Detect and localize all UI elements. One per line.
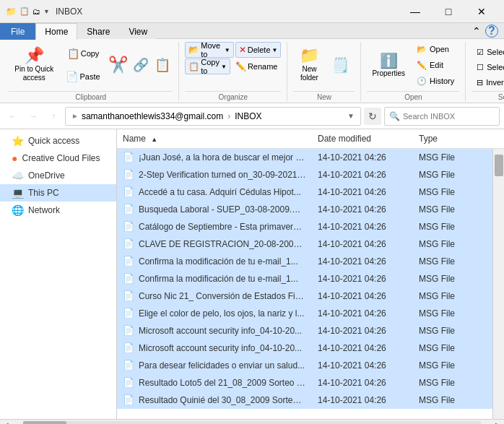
rename-icon: ✏️ (235, 61, 246, 72)
file-type: MSG File (413, 220, 492, 233)
file-icon: 📄 (123, 308, 134, 319)
ribbon-tabs: File Home Share View ⌃ ? (0, 23, 504, 39)
pin-to-quick-access-button[interactable]: 📌 Pin to Quick access (9, 42, 59, 88)
path-dropdown-icon[interactable]: ▼ (347, 112, 355, 120)
file-list-body: 📄 ¡Juan José, a la hora de buscar el mej… (117, 149, 492, 419)
table-row[interactable]: 📄 ¡Juan José, a la hora de buscar el mej… (117, 149, 492, 166)
ribbon-collapse-icon[interactable]: ⌃ (472, 25, 481, 37)
select-all-button[interactable]: ☑ Select all (472, 45, 504, 59)
rename-button[interactable]: ✏️ Rename (232, 59, 282, 74)
up-button[interactable]: ↑ (45, 108, 62, 125)
tab-view[interactable]: View (119, 23, 157, 40)
file-date: 14-10-2021 04:26 (312, 203, 413, 216)
table-row[interactable]: 📄 Catálogo de Septiembre - Esta primaver… (117, 218, 492, 235)
vscroll-thumb[interactable] (495, 155, 503, 176)
table-row[interactable]: 📄 Busqueda Laboral - SUEP_03-08-2009.msg… (117, 201, 492, 218)
file-type: MSG File (413, 359, 492, 372)
delete-icon: ✕ (239, 45, 246, 55)
copy-to-button[interactable]: 📋 Copy to ▼ (185, 59, 230, 74)
col-date-header[interactable]: Date modified (312, 132, 413, 145)
hscroll-left-btn[interactable]: ◀ (0, 421, 12, 424)
new-folder-button[interactable]: 📁 Newfolder (293, 42, 325, 88)
file-name: 📄 Resultado Loto5 del 21_08_2009 Sorteo … (117, 376, 312, 389)
table-row[interactable]: 📄 Curso Nic 21_ Conversión de Estados Fi… (117, 287, 492, 305)
file-icon: 📄 (123, 186, 134, 197)
table-row[interactable]: 📄 Confirma la modificación de tu e-mail_… (117, 253, 492, 270)
copy-path-button[interactable]: 🔗 (131, 42, 151, 88)
paste-button[interactable]: 📄 Paste (61, 65, 105, 88)
properties-button[interactable]: ℹ️ Properties (367, 42, 410, 88)
file-icon: 📄 (123, 342, 134, 353)
maximize-button[interactable]: □ (432, 0, 465, 23)
sidebar-item-onedrive[interactable]: ☁️ OneDrive (0, 167, 116, 184)
onedrive-icon: ☁️ (12, 170, 24, 181)
table-row[interactable]: 📄 2-Step Verification turned on_30-09-20… (117, 166, 492, 183)
file-name: 📄 Microsoft account security info_04-10-… (117, 341, 312, 355)
title-bar: 📁 📋 🗂 ▼ INBOX — □ ✕ (0, 0, 504, 23)
table-row[interactable]: 📄 CLAVE DE REGISTRACION_20-08-2009.msg 1… (117, 235, 492, 253)
file-icon: 📄 (123, 360, 134, 371)
table-row[interactable]: 📄 Para desear felicidades o enviar un sa… (117, 357, 492, 374)
tab-share[interactable]: Share (77, 23, 119, 40)
col-type-header[interactable]: Type (413, 132, 504, 145)
select-all-icon: ☑ (477, 48, 484, 57)
hscroll-right-btn[interactable]: ▶ (492, 421, 504, 424)
paste-shortcut-button[interactable]: 📋 (152, 42, 173, 88)
table-row[interactable]: 📄 Microsoft account security info_04-10-… (117, 339, 492, 357)
organize-icon: 🗂 (32, 7, 40, 16)
sidebar-item-creative-cloud[interactable]: ● Creative Cloud Files (0, 150, 116, 167)
minimize-button[interactable]: — (399, 0, 432, 23)
open-button[interactable]: 📂 Open (412, 42, 459, 56)
table-row[interactable]: 📄 Confirma la modificación de tu e-mail_… (117, 270, 492, 287)
tab-home[interactable]: Home (35, 23, 77, 40)
file-date: 14-10-2021 04:26 (312, 307, 413, 320)
invert-selection-button[interactable]: ⊟ Invert selection (472, 75, 504, 90)
file-date: 14-10-2021 04:26 (312, 290, 413, 303)
file-name: 📄 Accedé a tu casa. Adquirí Cédulas Hipo… (117, 185, 312, 199)
sidebar-item-network[interactable]: 🌐 Network (0, 202, 116, 219)
quick-access-icon: ⭐ (12, 135, 24, 147)
table-row[interactable]: 📄 Microsoft account security info_04-10-… (117, 322, 492, 339)
select-items: ☑ Select all ☐ Select none ⊟ Invert sele… (472, 42, 504, 90)
search-input[interactable] (403, 112, 503, 121)
edit-button[interactable]: ✏️ Edit (412, 58, 459, 72)
delete-button[interactable]: ✕ Delete ▼ (235, 42, 282, 58)
file-type: MSG File (413, 376, 492, 389)
table-row[interactable]: 📄 Resultado Loto5 del 21_08_2009 Sorteo … (117, 374, 492, 391)
sidebar: ⭐ Quick access ● Creative Cloud Files ☁️… (0, 129, 117, 419)
col-name-header[interactable]: Name ▲ (117, 132, 312, 145)
select-none-icon: ☐ (477, 63, 484, 72)
close-button[interactable]: ✕ (465, 0, 498, 23)
file-type: MSG File (413, 255, 492, 268)
horizontal-scrollbar[interactable]: ◀ ▶ (0, 419, 504, 424)
forward-button[interactable]: → (25, 108, 42, 125)
search-box: 🔍 (384, 107, 500, 126)
address-path[interactable]: ► samanthanoethlewis334@gmail.com › INBO… (65, 107, 361, 126)
refresh-button[interactable]: ↻ (364, 108, 381, 125)
hscroll-track[interactable] (23, 421, 481, 425)
file-name: 📄 CLAVE DE REGISTRACION_20-08-2009.msg (117, 237, 312, 251)
hscroll-thumb[interactable] (23, 421, 66, 425)
file-date: 14-10-2021 04:26 (312, 220, 413, 233)
sidebar-item-this-pc[interactable]: 💻 This PC (0, 184, 116, 202)
copy-button[interactable]: 📋 Copy (61, 42, 105, 65)
file-name: 📄 Elige el color de pelo, los ojos, la n… (117, 306, 312, 320)
new-item-button[interactable]: 🗒️ (326, 42, 355, 88)
help-icon[interactable]: ? (485, 25, 498, 38)
sidebar-item-quick-access[interactable]: ⭐ Quick access (0, 132, 116, 150)
file-icon: 📄 (123, 152, 134, 163)
table-row[interactable]: 📄 Elige el color de pelo, los ojos, la n… (117, 305, 492, 322)
vertical-scrollbar[interactable] (492, 149, 504, 419)
select-none-button[interactable]: ☐ Select none (472, 60, 504, 74)
table-row[interactable]: 📄 Accedé a tu casa. Adquirí Cédulas Hipo… (117, 183, 492, 201)
new-items: 📁 Newfolder 🗒️ (293, 42, 355, 90)
back-button[interactable]: ← (4, 108, 22, 125)
history-icon: 🕐 (417, 77, 427, 86)
file-icon: 📄 (123, 221, 134, 232)
move-to-arrow: ▼ (225, 47, 230, 53)
table-row[interactable]: 📄 Resultado Quinié del 30_08_2009 Sorteo… (117, 391, 492, 409)
file-list: Name ▲ Date modified Type 📄 ¡Juan José, … (117, 129, 504, 419)
open-history-button[interactable]: 🕐 History (412, 74, 459, 88)
tab-file[interactable]: File (0, 23, 35, 40)
cut-button[interactable]: ✂️ (107, 42, 129, 88)
